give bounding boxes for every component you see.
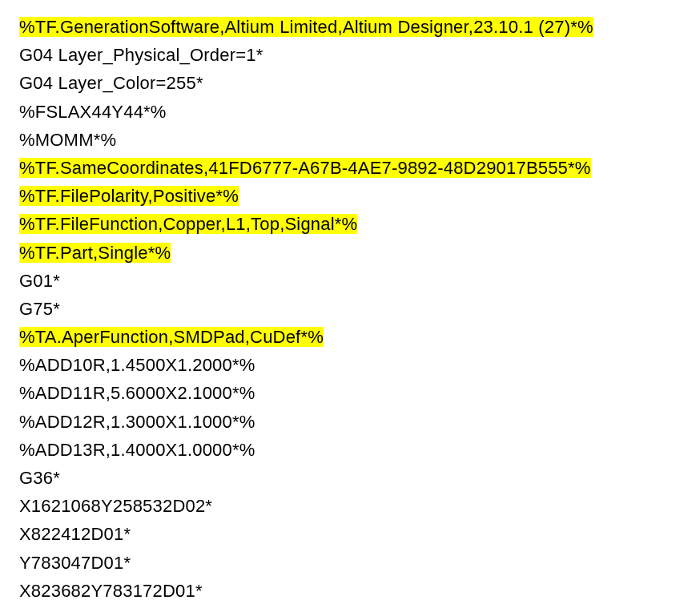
plain-text: %ADD10R,1.4500X1.2000*%	[19, 355, 255, 375]
highlighted-text: %TF.Part,Single*%	[19, 243, 171, 263]
code-line: Y783047D01*	[19, 549, 681, 577]
plain-text: %ADD12R,1.3000X1.1000*%	[19, 412, 255, 432]
code-line: G75*	[19, 295, 681, 323]
code-line: X822412D01*	[19, 520, 681, 548]
plain-text: %ADD13R,1.4000X1.0000*%	[19, 440, 255, 460]
code-line: X1621068Y258532D02*	[19, 492, 681, 520]
plain-text: G04 Layer_Physical_Order=1*	[19, 45, 263, 65]
code-line: %TF.GenerationSoftware,Altium Limited,Al…	[19, 13, 681, 41]
code-line: %FSLAX44Y44*%	[19, 98, 681, 126]
plain-text: X823682Y783172D01*	[19, 581, 203, 601]
code-listing: %TF.GenerationSoftware,Altium Limited,Al…	[19, 13, 681, 604]
plain-text: X822412D01*	[19, 524, 131, 544]
code-line: %TA.AperFunction,SMDPad,CuDef*%	[19, 323, 681, 351]
code-line: %TF.FileFunction,Copper,L1,Top,Signal*%	[19, 210, 681, 238]
highlighted-text: %TF.FileFunction,Copper,L1,Top,Signal*%	[19, 214, 357, 234]
code-line: %ADD13R,1.4000X1.0000*%	[19, 436, 681, 464]
code-line: G04 Layer_Color=255*	[19, 69, 681, 97]
code-line: %TF.SameCoordinates,41FD6777-A67B-4AE7-9…	[19, 154, 681, 182]
plain-text: G01*	[19, 271, 60, 291]
highlighted-text: %TF.FilePolarity,Positive*%	[19, 186, 239, 206]
highlighted-text: %TF.GenerationSoftware,Altium Limited,Al…	[19, 17, 593, 37]
code-line: G36*	[19, 464, 681, 492]
highlighted-text: %TA.AperFunction,SMDPad,CuDef*%	[19, 327, 324, 347]
code-line: %ADD11R,5.6000X2.1000*%	[19, 379, 681, 407]
plain-text: G36*	[19, 468, 60, 488]
highlighted-text: %TF.SameCoordinates,41FD6777-A67B-4AE7-9…	[19, 158, 591, 178]
code-line: X823682Y783172D01*	[19, 577, 681, 604]
plain-text: %ADD11R,5.6000X2.1000*%	[19, 383, 255, 403]
plain-text: G04 Layer_Color=255*	[19, 73, 203, 93]
plain-text: X1621068Y258532D02*	[19, 496, 212, 516]
plain-text: G75*	[19, 299, 60, 319]
plain-text: Y783047D01*	[19, 553, 131, 573]
code-line: %TF.FilePolarity,Positive*%	[19, 182, 681, 210]
code-line: %ADD10R,1.4500X1.2000*%	[19, 351, 681, 379]
plain-text: %FSLAX44Y44*%	[19, 102, 167, 122]
code-line: %MOMM*%	[19, 126, 681, 154]
code-line: %ADD12R,1.3000X1.1000*%	[19, 408, 681, 436]
code-line: %TF.Part,Single*%	[19, 239, 681, 267]
code-line: G04 Layer_Physical_Order=1*	[19, 41, 681, 69]
plain-text: %MOMM*%	[19, 130, 116, 150]
code-line: G01*	[19, 267, 681, 295]
